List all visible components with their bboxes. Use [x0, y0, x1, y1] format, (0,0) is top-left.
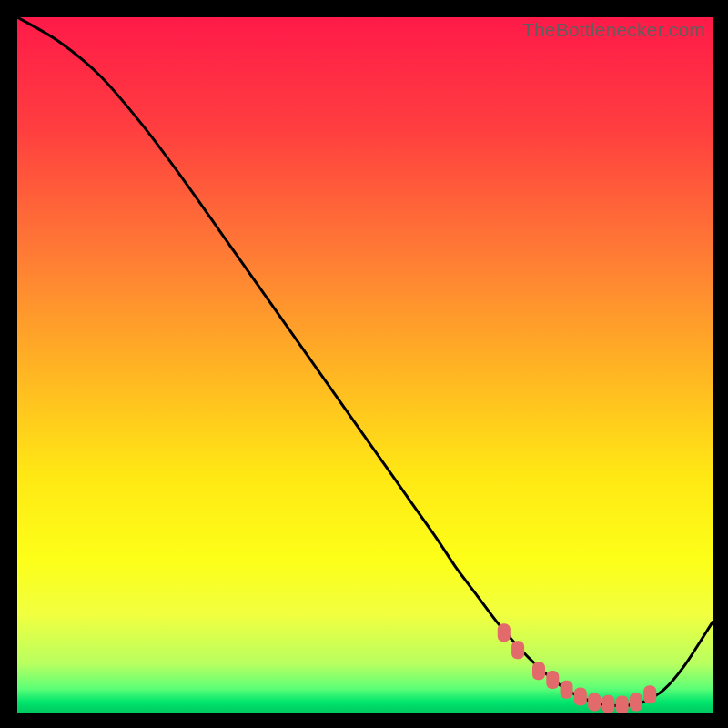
- marker-point: [532, 662, 545, 680]
- marker-point: [574, 687, 587, 705]
- marker-point: [588, 693, 601, 712]
- watermark-text: TheBottlenecker.com: [522, 19, 705, 41]
- marker-point: [643, 685, 656, 703]
- marker-point: [546, 671, 559, 689]
- chart-frame: TheBottlenecker.com: [0, 0, 728, 728]
- marker-point: [616, 696, 629, 713]
- marker-point: [498, 623, 511, 642]
- marker-point: [602, 695, 614, 713]
- optimal-range-markers: [498, 623, 656, 713]
- bottleneck-curve: [17, 17, 713, 705]
- marker-point: [561, 681, 573, 699]
- marker-point: [630, 693, 642, 712]
- plot-area: TheBottlenecker.com: [17, 17, 713, 713]
- marker-point: [511, 641, 524, 659]
- chart-overlay: [17, 17, 713, 713]
